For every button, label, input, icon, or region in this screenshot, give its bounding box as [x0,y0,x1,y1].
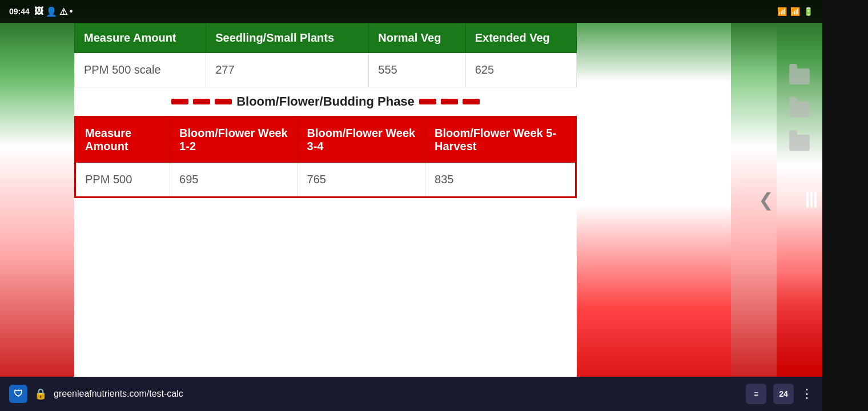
browser-menu-button[interactable]: ⋮ [801,386,813,401]
nav-indicator [806,192,817,208]
bitwarden-icon: 🛡 [9,385,27,403]
veg-seedling-val: 277 [206,53,369,87]
main-area: 09:44 🖼 👤 ⚠ • 📶 📶 🔋 [0,0,822,411]
bloom-week12-val: 695 [170,163,298,198]
time-display: 09:44 [9,7,30,16]
veg-header-row: Measure Amount Seedling/Small Plants Nor… [75,23,577,53]
status-bar: 09:44 🖼 👤 ⚠ • 📶 📶 🔋 [0,0,822,23]
bloom-ppm-label: PPM 500 [75,163,170,198]
reader-mode-icon: ≡ [754,389,758,398]
bloom-data-row: PPM 500 695 765 835 [75,163,576,198]
battery-icon: 🔋 [803,7,813,16]
lock-icon: 🔒 [34,388,47,400]
veg-col-normal: Normal Veg [369,23,465,53]
dash2 [193,99,210,104]
warning-icon: ⚠ [59,6,67,17]
bloom-col-measure: Measure Amount [75,117,170,163]
dot-indicator: • [70,6,73,17]
bloom-divider: Bloom/Flower/Budding Phase [74,87,577,116]
dash5 [441,99,458,104]
browser-bar: 🛡 🔒 greenleafnutrients.com/test-calc ≡ 2… [0,377,822,411]
bloom-week5h-val: 835 [425,163,576,198]
status-right: 📶 📶 🔋 [777,7,813,16]
tab-count-label: 24 [779,389,788,398]
image-icon: 🖼 [34,6,43,17]
veg-col-measure: Measure Amount [75,23,206,53]
v-line-1 [806,192,809,208]
back-arrow[interactable]: ❮ [758,189,774,211]
veg-col-seedling: Seedling/Small Plants [206,23,369,53]
veg-table: Measure Amount Seedling/Small Plants Nor… [74,23,577,87]
status-left: 09:44 🖼 👤 ⚠ • [9,6,73,17]
table-area: Measure Amount Seedling/Small Plants Nor… [74,23,577,198]
status-icons: 🖼 👤 ⚠ • [34,6,73,17]
url-display[interactable]: greenleafnutrients.com/test-calc [54,389,739,399]
v-line-2 [810,192,813,208]
veg-normal-val: 555 [369,53,465,87]
v-line-3 [814,192,817,208]
bloom-header-row: Measure Amount Bloom/Flower Week 1-2 Blo… [75,117,576,163]
bloom-week34-val: 765 [298,163,425,198]
veg-extended-val: 625 [465,53,576,87]
folder-icon-2[interactable] [789,102,810,118]
signal-icon: 📶 [790,7,800,16]
bloom-col-week5harvest: Bloom/Flower Week 5-Harvest [425,117,576,163]
dash6 [463,99,480,104]
bloom-col-week12: Bloom/Flower Week 1-2 [170,117,298,163]
back-chevron-icon[interactable]: ❮ [758,190,774,210]
wifi-icon: 📶 [777,7,787,16]
tab-count-button[interactable]: 24 [773,384,794,404]
dash1 [171,99,188,104]
veg-data-row: PPM 500 scale 277 555 625 [75,53,577,87]
veg-col-extended: Extended Veg [465,23,576,53]
account-icon: 👤 [46,6,57,17]
folder-icon-1[interactable] [789,68,810,84]
bloom-col-week34: Bloom/Flower Week 3-4 [298,117,425,163]
bloom-table: Measure Amount Bloom/Flower Week 1-2 Blo… [74,116,577,198]
browser-icons: ≡ 24 ⋮ [746,384,813,404]
folder-icon-3[interactable] [789,135,810,151]
veg-ppm-label: PPM 500 scale [75,53,206,87]
dash3 [215,99,232,104]
side-strip [822,0,868,411]
content-wrapper: Measure Amount Seedling/Small Plants Nor… [0,23,822,377]
dash4 [419,99,436,104]
reader-mode-button[interactable]: ≡ [746,384,766,404]
bloom-divider-text: Bloom/Flower/Budding Phase [236,94,415,109]
